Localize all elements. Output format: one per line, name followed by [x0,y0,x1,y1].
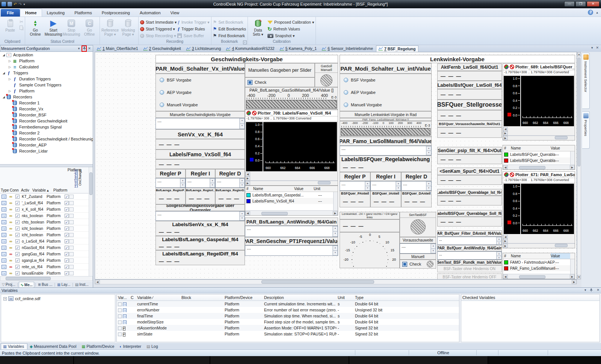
tree-item[interactable]: Recorder Geschwindigkeit / Beschleunigun… [0,136,93,142]
tree-item[interactable]: ▷ƒPlatform [0,88,93,94]
canvas-horizontal-scrollbar[interactable]: ◀ ▶ [95,279,577,284]
column-header-variable[interactable]: Variable ∕ [136,295,180,300]
legend-vscrollbar[interactable] [570,259,575,274]
set-bookmark-button[interactable]: ⚑Set Bookmark [213,19,246,26]
dialog-launcher-icon[interactable]: ⌐ [243,41,247,44]
working-page--button[interactable]: WorkingPage ▾ [119,18,137,39]
tree-item[interactable]: Recorder_AEP [0,142,93,148]
layout-tab-geschwindigkeit[interactable]: 2 Geschwindigkeit [141,45,184,52]
tree-item[interactable]: Recorder_Vx [0,106,93,112]
tabbar-dropdown-icon[interactable]: ▾ [591,46,593,50]
column-header[interactable]: Type [1,188,9,192]
spinner[interactable]: ▲▼ [180,178,185,187]
stop-recording--button[interactable]: Stop Recording ▾ [140,32,177,39]
table-row[interactable]: PrtiAssertionModePlatformAssertion Mode:… [117,325,459,331]
table-row[interactable]: →∞✓reite_us_f64Platform✓ [0,264,93,270]
spinner[interactable]: ▲▼ [430,244,436,253]
sdf-file-label[interactable]: ccf_online.sdf [15,296,40,301]
spinner-down-icon[interactable]: ▼ [333,251,338,255]
layout-tab-bsf_regelung[interactable]: 7 BSF_Regelung [376,45,418,52]
spinner-down-icon[interactable]: ▼ [240,183,245,187]
pin-icon[interactable] [82,45,87,52]
value-input[interactable]: ---▲▼ [186,178,215,188]
radio-option[interactable]: AEP Vorgabe [340,90,431,95]
spinner-down-icon[interactable]: ▼ [497,241,501,245]
column-header[interactable]: Conn [10,188,19,192]
minimize-button[interactable]: — [564,1,575,7]
find-bookmark-button[interactable]: ⚑Find Bookmark [213,32,246,39]
plot-scrollbars[interactable]: ◀▶▶ [503,127,575,140]
hostservice-checkbox[interactable]: ✓ [65,246,69,250]
active-checkbox[interactable]: ✓ [15,214,20,218]
input-value[interactable]: --- [245,226,332,237]
hostservice-checkbox[interactable]: ✓ [65,252,69,256]
table-row[interactable]: →modelStepSizePlatformFixed step size of… [117,319,459,325]
tree-item[interactable]: Recorder 1 [0,100,93,106]
input-value[interactable]: --- [245,246,332,255]
tree-expander-icon[interactable]: ◢ [2,95,6,99]
hostservice-checkbox[interactable]: ✓ [65,239,69,243]
tree-item[interactable]: Recorder_Lidar [0,148,93,154]
value-input[interactable]: ---▲▼ [215,178,245,188]
slider[interactable]: -400-300-200-1000100200300400E-3 [340,121,432,137]
hostservice-checkbox[interactable]: ✓ [65,258,69,263]
radio-option[interactable]: Manuell Vorgabe [156,103,245,107]
radio-icon[interactable] [160,103,164,107]
table-row[interactable]: →∞✓nks_booleanPlatform✓ [0,213,93,219]
spinner-up-icon[interactable]: ▲ [333,246,338,251]
hostservice-checkbox[interactable]: ✓ [65,227,69,231]
spinner-down-icon[interactable]: ▼ [240,124,245,129]
legend-column-value[interactable]: Value [551,146,570,150]
spinner-up-icon[interactable]: ▲ [180,178,185,183]
table-row[interactable]: →∞✓chts_booleanPlatform✓ [0,219,93,225]
radio-icon[interactable] [344,78,348,82]
layout-tab-main_oberfläche1[interactable]: 1 Main_Oberfläche1 [95,45,141,52]
legend-column-value[interactable]: Value [294,187,314,191]
ribbon-tab-view[interactable]: View [166,9,184,17]
legend-column-name[interactable]: Name [253,187,294,191]
slider[interactable]: PAR_BsfLaengs_GasSollManuell_f64/Value [… [245,87,338,110]
spinner[interactable]: ▲▼ [210,178,215,187]
spinner-down-icon[interactable]: ▼ [333,231,338,237]
table-row[interactable]: →∞✓icht_booleanPlatform✓ [0,225,93,232]
spinner[interactable]: ▲▼ [332,246,338,255]
plotter-signals-icon[interactable] [504,172,509,177]
spinner-up-icon[interactable]: ▲ [497,252,501,256]
ribbon-tab-platforms[interactable]: Platforms [69,9,97,17]
bottom-tab-interpreter[interactable]: ◐Interpreter [118,343,144,349]
table-row[interactable]: →finalTimePlatformSimulation stop time. … [117,313,459,319]
spinner-down-icon[interactable]: ▼ [240,216,245,221]
bottom-tab-platform-device[interactable]: ▦Platform/Device [80,343,117,349]
panel-dropdown-icon[interactable]: ▾ [76,47,82,50]
radio-option[interactable]: BSF Vorgabe [156,78,245,82]
edit-bookmarks-button[interactable]: ⚑Edit Bookmarks [213,26,246,32]
help-icon[interactable]: ? [588,10,593,15]
value-input[interactable]: --▲▼ [437,237,502,245]
legend-row[interactable]: Labels/Famo_VxSoll_f64--- [245,198,338,204]
spinner[interactable]: ▲▼ [239,178,245,187]
tree-expander-icon[interactable]: ◢ [2,53,6,57]
input-value[interactable]: --- [371,181,396,190]
value-input[interactable]: ---▲▼ [156,118,245,129]
tree-item[interactable]: ◢≈Acquisition [0,52,93,58]
expand-icon[interactable]: + [3,297,7,301]
table-row[interactable]: →∞✓lanualEnablePlatform✓ [0,270,93,276]
active-checkbox[interactable]: ✓ [15,246,20,250]
legend-scrollbar[interactable]: ◀▶ [503,274,575,279]
dock-tab-lay[interactable]: ▦Lay... [56,282,71,287]
go-online-button[interactable]: ▲▼GoOnline [27,18,44,39]
column-header-description[interactable]: Description [263,295,337,300]
legend-row[interactable]: PAR_Famo_LwSollManuell_f...--- [503,265,575,271]
active-checkbox[interactable]: ✓ [15,239,20,243]
input-value[interactable]: --- [402,181,426,190]
slider-bar[interactable] [341,128,430,136]
table-row[interactable]: →∞✓o_LwSoll_f64Platform✓ [0,238,93,245]
spinner[interactable]: ▲▼ [239,118,245,129]
column-header-type[interactable]: Type [354,295,388,300]
panel-splitter[interactable] [0,164,93,167]
spinner-up-icon[interactable]: ▲ [210,178,215,183]
radio-icon[interactable] [160,78,164,82]
legend-column-value[interactable]: Value [551,253,570,259]
tree-expander-icon[interactable]: ▷ [8,65,12,69]
trigger-rules-button[interactable]: ƒTrigger Rules [177,26,209,32]
